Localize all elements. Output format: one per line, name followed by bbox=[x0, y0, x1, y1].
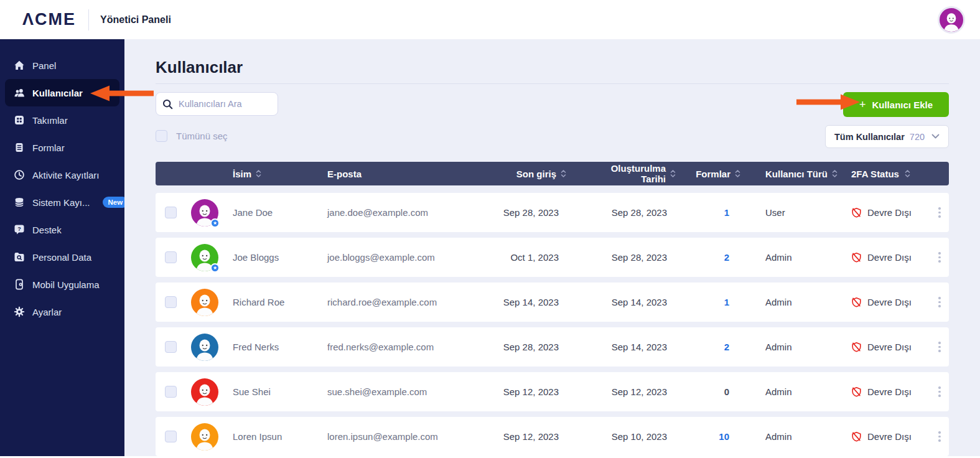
personal-data-icon bbox=[14, 251, 25, 263]
last-login: Oct 1, 2023 bbox=[479, 252, 584, 263]
sidebar-item-destek[interactable]: ? Destek bbox=[5, 216, 119, 243]
column-header-kullanici-turu[interactable]: Kullanıcı Türü bbox=[764, 169, 851, 179]
shield-off-icon bbox=[851, 207, 862, 218]
sidebar-item-personal-data[interactable]: Personal Data bbox=[5, 243, 119, 271]
sidebar-item-label: Sistem Kayı... bbox=[32, 197, 90, 208]
user-email: loren.ipsun@example.com bbox=[322, 431, 479, 442]
created-date: Sep 10, 2023 bbox=[584, 431, 696, 442]
add-user-button[interactable]: + Kullanıcı Ekle bbox=[843, 92, 949, 117]
filter-label: Tüm Kullanıcılar bbox=[834, 132, 905, 142]
user-avatar: ★ bbox=[191, 289, 218, 316]
forms-count-link[interactable]: 1 bbox=[724, 207, 729, 218]
row-checkbox[interactable] bbox=[165, 207, 177, 218]
plus-icon: + bbox=[859, 98, 866, 111]
row-actions-kebab-icon[interactable] bbox=[936, 294, 943, 310]
tfa-status-label: Devre Dışı bbox=[867, 297, 912, 307]
title-divider bbox=[156, 83, 949, 84]
sidebar-item-takimlar[interactable]: Takımlar bbox=[5, 106, 119, 134]
row-checkbox[interactable] bbox=[165, 341, 177, 353]
admin-app: ΛCME Yönetici Paneli Panel bbox=[0, 0, 980, 456]
row-checkbox[interactable] bbox=[165, 251, 177, 263]
topbar: ΛCME Yönetici Paneli bbox=[0, 0, 980, 39]
users-table: İsim E-posta Son giriş Oluşturulma Tarih… bbox=[156, 162, 949, 456]
sidebar-item-panel[interactable]: Panel bbox=[5, 52, 119, 79]
user-type: Admin bbox=[764, 342, 851, 352]
sidebar-item-aktivite-kayitlari[interactable]: Aktivite Kayıtları bbox=[5, 161, 119, 189]
users-icon bbox=[14, 87, 25, 98]
column-header-son-giris[interactable]: Son giriş bbox=[479, 169, 584, 179]
tfa-status: Devre Dışı bbox=[851, 386, 930, 397]
sort-icon bbox=[735, 169, 740, 179]
user-email: richard.roe@example.com bbox=[322, 297, 479, 307]
page-title: Kullanıcılar bbox=[156, 58, 949, 77]
row-actions-kebab-icon[interactable] bbox=[936, 429, 943, 444]
avatar-star-badge: ★ bbox=[210, 218, 220, 228]
avatar-face-icon bbox=[191, 423, 218, 451]
mobile-app-icon bbox=[14, 279, 25, 290]
tfa-status-label: Devre Dışı bbox=[867, 207, 912, 218]
created-date: Sep 14, 2023 bbox=[584, 297, 696, 307]
sidebar-item-label: Mobil Uygulama bbox=[32, 279, 100, 290]
row-actions-kebab-icon[interactable] bbox=[936, 384, 943, 400]
sidebar-item-mobil-uygulama[interactable]: Mobil Uygulama bbox=[5, 271, 119, 298]
column-header-formlar[interactable]: Formlar bbox=[696, 169, 764, 179]
user-avatar: ★ bbox=[191, 378, 218, 406]
last-login: Sep 14, 2023 bbox=[479, 297, 584, 307]
chevron-down-icon bbox=[931, 134, 940, 139]
select-all-checkbox[interactable] bbox=[156, 130, 167, 142]
home-icon bbox=[14, 60, 25, 71]
sort-icon bbox=[561, 169, 566, 179]
main-content: Kullanıcılar Tümünü seç bbox=[124, 39, 980, 456]
sidebar-item-sistem-kayitlari[interactable]: Sistem Kayı... New bbox=[5, 189, 119, 216]
table-row: ★ Sue Shei sue.shei@example.com Sep 12, … bbox=[156, 372, 949, 411]
forms-count-link[interactable]: 10 bbox=[719, 431, 729, 442]
sort-icon bbox=[670, 169, 676, 179]
row-actions-kebab-icon[interactable] bbox=[936, 339, 943, 355]
shield-off-icon bbox=[851, 431, 862, 442]
last-login: Sep 28, 2023 bbox=[479, 342, 584, 352]
user-name: Joe Bloggs bbox=[224, 252, 322, 263]
sidebar-item-label: Destek bbox=[32, 225, 62, 235]
sidebar-item-label: Personal Data bbox=[32, 252, 91, 263]
user-avatar: ★ bbox=[191, 334, 218, 361]
forms-count-link[interactable]: 0 bbox=[724, 386, 729, 397]
user-type: Admin bbox=[764, 386, 851, 397]
avatar-face-icon bbox=[191, 334, 218, 361]
sidebar-item-ayarlar[interactable]: Ayarlar bbox=[5, 298, 119, 325]
forms-count-link[interactable]: 2 bbox=[724, 252, 729, 263]
row-checkbox[interactable] bbox=[165, 386, 177, 398]
shield-off-icon bbox=[851, 386, 862, 397]
tfa-status-label: Devre Dışı bbox=[867, 252, 912, 263]
forms-count-link[interactable]: 1 bbox=[724, 297, 729, 307]
forms-count-link[interactable]: 2 bbox=[724, 342, 729, 352]
table-header: İsim E-posta Son giriş Oluşturulma Tarih… bbox=[156, 162, 949, 185]
avatar-face-icon bbox=[940, 8, 963, 32]
last-login: Sep 28, 2023 bbox=[479, 207, 584, 218]
add-user-button-label: Kullanıcı Ekle bbox=[872, 100, 933, 110]
column-header-olusturulma[interactable]: Oluşturulma Tarihi bbox=[584, 163, 696, 184]
row-actions-kebab-icon[interactable] bbox=[936, 250, 943, 265]
column-header-isim[interactable]: İsim bbox=[224, 169, 322, 179]
user-name: Richard Roe bbox=[224, 297, 322, 307]
profile-avatar[interactable] bbox=[938, 6, 965, 34]
teams-icon bbox=[14, 115, 25, 126]
user-name: Sue Shei bbox=[224, 386, 322, 397]
user-type: User bbox=[764, 207, 851, 218]
sidebar-item-label: Takımlar bbox=[32, 115, 68, 126]
sidebar-item-label: Aktivite Kayıtları bbox=[32, 170, 100, 180]
row-checkbox[interactable] bbox=[165, 431, 177, 442]
user-avatar: ★ bbox=[191, 244, 218, 271]
search-input[interactable] bbox=[179, 99, 271, 109]
row-checkbox[interactable] bbox=[165, 296, 177, 308]
toolbar: Tümünü seç + Kullanıcı Ekle Tüm Kullanıc… bbox=[156, 92, 949, 148]
user-avatar: ★ bbox=[191, 423, 218, 451]
column-header-2fa-status[interactable]: 2FA Status bbox=[851, 169, 930, 179]
user-filter-dropdown[interactable]: Tüm Kullanıcılar 720 bbox=[825, 125, 949, 148]
sidebar-item-formlar[interactable]: Formlar bbox=[5, 134, 119, 161]
acme-logo: ΛCME bbox=[22, 10, 76, 29]
toolbar-left: Tümünü seç bbox=[156, 92, 278, 148]
sidebar-item-kullanicilar[interactable]: Kullanıcılar bbox=[5, 79, 119, 106]
row-actions-kebab-icon[interactable] bbox=[936, 205, 943, 220]
column-header-eposta: E-posta bbox=[322, 169, 479, 179]
created-date: Sep 12, 2023 bbox=[584, 386, 696, 397]
